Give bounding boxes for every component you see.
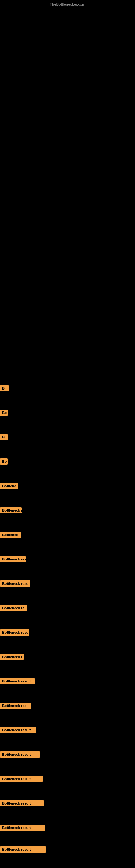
bottleneck-result-item: Bottleneck r bbox=[0, 654, 24, 660]
bottleneck-result-item: Bottlene bbox=[0, 483, 17, 489]
bottleneck-result-item: Bottleneck result bbox=[0, 825, 45, 831]
bottleneck-result-item: Bottleneck r bbox=[0, 507, 21, 514]
bottleneck-result-item: Bottleneck result bbox=[0, 751, 40, 757]
bottleneck-result-item: Bottleneck result bbox=[0, 776, 43, 782]
bottleneck-result-item: Bottleneck res bbox=[0, 556, 26, 562]
bottleneck-result-item: Bottleneck result bbox=[0, 800, 44, 806]
bottleneck-result-item: Bottleneck result bbox=[0, 727, 37, 733]
site-title: TheBottlenecker.com bbox=[50, 2, 85, 6]
bottleneck-result-item: Bottleneck resu bbox=[0, 629, 29, 636]
bottleneck-result-item: B bbox=[0, 434, 8, 440]
bottleneck-result-item: Bottleneck result bbox=[0, 846, 46, 852]
bottleneck-result-item: Bottleneck re bbox=[0, 605, 27, 611]
bottleneck-result-item: Bottleneck result bbox=[0, 581, 30, 587]
bottleneck-result-item: Bottleneck result bbox=[0, 678, 35, 684]
bottleneck-result-item: Bottlenec bbox=[0, 532, 21, 538]
bottleneck-result-item: Bo bbox=[0, 410, 8, 416]
bottleneck-result-item: Bottleneck res bbox=[0, 703, 31, 709]
bottleneck-result-item: Bo bbox=[0, 458, 8, 465]
bottleneck-result-item: B bbox=[0, 385, 9, 392]
